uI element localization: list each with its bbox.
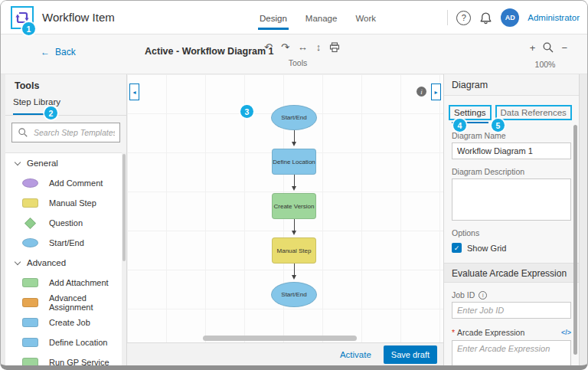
step-shape-rect: [22, 198, 38, 208]
step-item-define-location[interactable]: Define Location: [5, 332, 122, 352]
app-header: Workflow Item Design Manage Work ? AD Ad…: [1, 1, 587, 34]
step-item-label: Start/End: [49, 238, 84, 247]
step-item-label: Define Location: [49, 338, 107, 347]
avatar[interactable]: AD: [501, 8, 519, 27]
step-item-add-comment[interactable]: Add Comment: [5, 173, 122, 193]
step-item-label: Advanced Assignment: [49, 293, 122, 312]
step-item-run-gp-service[interactable]: Run GP Service: [5, 352, 122, 365]
tab-manage[interactable]: Manage: [305, 1, 338, 34]
collapse-right-button[interactable]: ▸: [431, 83, 441, 100]
fit-horizontal-icon[interactable]: ↔: [298, 40, 308, 55]
section-label: General: [27, 159, 58, 168]
search-icon: [18, 127, 28, 138]
step-shape-diamond: [24, 217, 37, 229]
arcade-input-wrap: [444, 340, 579, 370]
flow-connector-arrow: [292, 219, 296, 237]
job-id-label-row: Job ID i: [452, 290, 571, 300]
print-icon[interactable]: [329, 42, 340, 53]
show-grid-checkbox-row[interactable]: ✓ Show Grid: [452, 243, 571, 253]
callout-badge-1: 1: [22, 22, 35, 35]
code-icon[interactable]: </>: [561, 329, 571, 336]
step-item-label: Create Job: [49, 318, 90, 327]
step-item-manual-step[interactable]: Manual Step: [5, 193, 122, 213]
tab-data-references[interactable]: Data References: [495, 105, 572, 120]
collapse-left-button[interactable]: ◂: [129, 83, 139, 100]
callout-badge-3: 3: [240, 105, 253, 118]
diagram-name-label: Diagram Name: [452, 131, 571, 140]
arcade-expression-input[interactable]: [452, 340, 571, 370]
step-item-label: Manual Step: [49, 198, 96, 208]
flow-node-manual-step-3[interactable]: Manual Step: [272, 237, 316, 264]
step-shape-rect: [22, 278, 38, 287]
section-header-advanced[interactable]: Advanced: [5, 253, 122, 273]
undo-icon[interactable]: ↶: [264, 40, 273, 55]
step-item-create-job[interactable]: Create Job: [5, 313, 122, 332]
flow-node-start-end-0[interactable]: Start/End: [271, 105, 317, 130]
main-area: Tools Step Library GeneralAdd CommentMan…: [1, 74, 587, 365]
magnifier-icon[interactable]: [542, 41, 554, 54]
chevron-left-icon: ◂: [132, 89, 136, 96]
step-shape-rect: [22, 358, 38, 365]
panel-scroll-thumb[interactable]: [573, 125, 577, 355]
flow-connector-arrow: [292, 264, 296, 282]
step-sections: GeneralAdd CommentManual StepQuestionSta…: [5, 152, 122, 365]
flow-node-create-version-2[interactable]: Create Version: [272, 193, 316, 219]
page-title: Workflow Item: [42, 1, 115, 34]
step-item-advanced-assignment[interactable]: Advanced Assignment: [5, 293, 122, 313]
flowchart: Start/EndDefine LocationCreate VersionMa…: [271, 105, 317, 307]
step-shape-ellipse: [22, 238, 38, 247]
zoom-controls: + −: [530, 41, 567, 54]
sidebar-scrollbar[interactable]: [122, 152, 126, 365]
step-item-add-attachment[interactable]: Add Attachment: [5, 273, 122, 293]
arcade-expression-label: Arcade Expression: [457, 328, 524, 337]
canvas-info-icon[interactable]: i: [416, 87, 426, 97]
sidebar-tab-row: Step Library: [5, 94, 126, 116]
tab-step-library[interactable]: Step Library: [13, 97, 60, 106]
canvas-hscroll-thumb[interactable]: [203, 336, 357, 341]
chevron-right-icon: ▸: [434, 89, 437, 96]
job-id-label: Job ID: [452, 290, 475, 300]
step-shape-rect: [22, 318, 38, 327]
diagram-name-input[interactable]: [452, 142, 571, 159]
section-label: Advanced: [27, 258, 66, 267]
info-icon[interactable]: i: [479, 291, 487, 300]
tab-settings[interactable]: Settings: [449, 105, 492, 120]
flow-connector-arrow: [292, 175, 296, 193]
tab-work[interactable]: Work: [355, 1, 376, 34]
tools-sidebar: Tools Step Library GeneralAdd CommentMan…: [5, 74, 127, 365]
step-item-question[interactable]: Question: [5, 213, 122, 233]
redo-icon[interactable]: ↷: [281, 40, 289, 55]
step-item-label: Run GP Service: [49, 358, 109, 365]
diagram-description-input[interactable]: [452, 178, 571, 221]
back-button[interactable]: ← Back: [41, 47, 76, 57]
sidebar-scroll-thumb[interactable]: [122, 154, 126, 261]
zoom-in-button[interactable]: +: [530, 42, 536, 54]
step-shape-rect: [22, 298, 38, 307]
diagram-panel: Diagram Settings Data References Diagram…: [443, 74, 580, 365]
flow-node-start-end-4[interactable]: Start/End: [271, 282, 317, 307]
diagram-canvas[interactable]: ◂ ▸ i Start/EndDefine LocationCreate Ver…: [127, 74, 443, 365]
tab-design[interactable]: Design: [260, 1, 287, 34]
bell-icon[interactable]: [479, 11, 492, 25]
diagram-description-label: Diagram Description: [452, 167, 571, 176]
step-item-start-end[interactable]: Start/End: [5, 233, 122, 253]
canvas-tools: ↶ ↷ ↔ ↕: [264, 40, 340, 55]
help-icon[interactable]: ?: [456, 11, 471, 25]
user-name[interactable]: Administrator: [528, 13, 580, 22]
checkbox-checked-icon[interactable]: ✓: [452, 243, 462, 253]
step-item-label: Question: [49, 218, 83, 228]
flow-node-define-location-1[interactable]: Define Location: [272, 149, 316, 175]
section-header-general[interactable]: General: [5, 153, 122, 173]
chevron-down-icon: [15, 258, 21, 264]
fit-vertical-icon[interactable]: ↕: [316, 40, 322, 55]
sidebar-title: Tools: [5, 74, 126, 94]
job-id-input[interactable]: [452, 302, 571, 319]
top-nav-tabs: Design Manage Work: [260, 1, 376, 34]
diagram-breadcrumb: Active - Workflow Diagram 1: [145, 46, 274, 57]
panel-scrollbar[interactable]: [573, 125, 577, 355]
activate-button[interactable]: Activate: [340, 350, 371, 359]
zoom-out-button[interactable]: −: [561, 42, 567, 54]
canvas-hscrollbar[interactable]: [129, 336, 442, 341]
step-search: [11, 123, 120, 142]
save-draft-button[interactable]: Save draft: [384, 345, 437, 364]
